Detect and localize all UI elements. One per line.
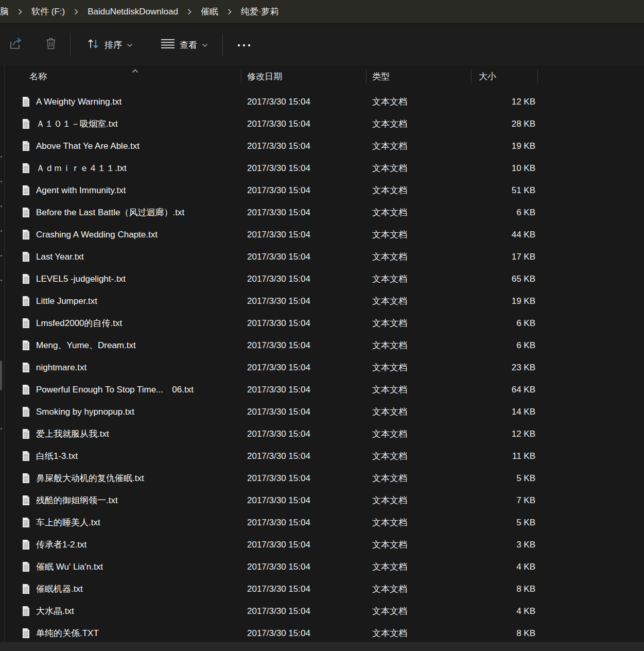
tree-bullet [1, 230, 2, 232]
file-row[interactable]: Meng、Yume、Dream.txt2017/3/30 15:04文本文档6 … [5, 334, 644, 356]
breadcrumb-item-baidunetdiskdownload[interactable]: BaiduNetdiskDownload [84, 5, 181, 19]
breadcrumb-item-current-folder[interactable]: 纯爱·萝莉 [238, 4, 282, 20]
file-date-modified: 2017/3/30 15:04 [241, 274, 367, 284]
file-type: 文本文档 [367, 96, 472, 108]
command-bar: 排序 查看 [0, 23, 644, 65]
file-row[interactable]: Last Year.txt2017/3/30 15:04文本文档17 KB [5, 246, 644, 268]
breadcrumb-item-drive-f[interactable]: 软件 (F:) [28, 4, 68, 20]
file-type: 文本文档 [367, 450, 472, 462]
file-size: 6 KB [472, 318, 538, 329]
tree-bullet [1, 181, 2, 182]
file-size: 8 KB [472, 584, 538, 594]
breadcrumb-item-this-pc[interactable]: 脑 [0, 4, 12, 20]
file-type: 文本文档 [367, 362, 472, 373]
toolbar-divider [70, 33, 71, 57]
text-file-icon [21, 606, 31, 616]
text-file-icon [21, 429, 31, 439]
file-row[interactable]: Above That Ye Are Able.txt2017/3/30 15:0… [5, 135, 644, 157]
file-type: 文本文档 [367, 384, 472, 396]
sort-label: 排序 [105, 39, 122, 51]
sort-arrows-icon [87, 38, 100, 53]
file-row[interactable]: 催眠机器.txt2017/3/30 15:04文本文档8 KB [5, 578, 644, 600]
text-file-icon [21, 584, 31, 594]
file-row[interactable]: 催眠 Wu' Lia'n.txt2017/3/30 15:04文本文档4 KB [5, 556, 644, 578]
file-name-cell: Crashing A Wedding Chapte.txt [5, 229, 241, 240]
file-row[interactable]: Crashing A Wedding Chapte.txt2017/3/30 1… [5, 224, 644, 246]
view-button[interactable]: 查看 [155, 32, 213, 57]
file-date-modified: 2017/3/30 15:04 [241, 252, 367, 262]
file-name: Above That Ye Are Able.txt [36, 141, 140, 151]
file-name-cell: 大水晶.txt [5, 605, 241, 617]
breadcrumb: 脑 软件 (F:) BaiduNetdiskDownload 催眠 纯爱·萝莉 [0, 0, 644, 23]
file-name: 传承者1-2.txt [36, 539, 86, 551]
file-type: 文本文档 [367, 539, 472, 551]
delete-button[interactable] [40, 32, 62, 57]
file-name-cell: Powerful Enough To Stop Time... 06.txt [5, 384, 241, 396]
file-name: Last Year.txt [36, 252, 84, 262]
text-file-icon [21, 362, 31, 373]
file-date-modified: 2017/3/30 15:04 [241, 230, 367, 240]
file-type: 文本文档 [367, 273, 472, 285]
file-name-cell: 催眠 Wu' Lia'n.txt [5, 561, 241, 573]
file-date-modified: 2017/3/30 15:04 [241, 97, 367, 107]
file-size: 5 KB [472, 473, 538, 484]
file-name: 催眠机器.txt [36, 583, 83, 595]
file-row[interactable]: Agent with Immunity.txt2017/3/30 15:04文本… [5, 179, 644, 201]
chevron-right-icon [187, 8, 192, 15]
sort-button[interactable]: 排序 [82, 32, 138, 57]
file-date-modified: 2017/3/30 15:04 [241, 628, 367, 639]
text-file-icon [21, 273, 31, 284]
file-date-modified: 2017/3/30 15:04 [241, 385, 367, 395]
column-header-date-modified[interactable]: 修改日期 [241, 65, 367, 88]
file-row[interactable]: Powerful Enough To Stop Time... 06.txt20… [5, 379, 644, 401]
share-button[interactable] [4, 32, 29, 57]
share-icon [8, 37, 25, 53]
text-file-icon [21, 96, 31, 107]
file-row[interactable]: Lmsfed2000的自传.txt2017/3/30 15:04文本文档6 KB [5, 312, 644, 334]
file-row[interactable]: 白纸1-3.txt2017/3/30 15:04文本文档11 KB [5, 445, 644, 467]
file-row[interactable]: 鼻屎般大动机的复仇催眠.txt2017/3/30 15:04文本文档5 KB [5, 467, 644, 489]
text-file-icon [21, 141, 31, 151]
file-row[interactable]: 大水晶.txt2017/3/30 15:04文本文档4 KB [5, 600, 644, 622]
file-type: 文本文档 [367, 561, 472, 573]
file-size: 10 KB [472, 163, 538, 174]
file-row[interactable]: Ａｄｍｉｒｅ４１１.txt2017/3/30 15:04文本文档10 KB [5, 157, 644, 179]
file-name-cell: 传承者1-2.txt [5, 539, 241, 551]
file-row[interactable]: 单纯的关係.TXT2017/3/30 15:04文本文档8 KB [5, 622, 644, 644]
file-name-cell: Agent with Immunity.txt [5, 185, 241, 196]
chevron-down-icon [127, 40, 133, 50]
file-type: 文本文档 [367, 118, 472, 130]
chevron-right-icon [227, 8, 232, 15]
file-size: 51 KB [472, 185, 538, 196]
column-header-type[interactable]: 类型 [367, 65, 472, 88]
text-file-icon [21, 628, 31, 639]
file-size: 12 KB [472, 97, 538, 107]
file-date-modified: 2017/3/30 15:04 [241, 318, 367, 329]
file-row[interactable]: 爱上我就服从我.txt2017/3/30 15:04文本文档12 KB [5, 423, 644, 445]
file-row[interactable]: 车上的睡美人.txt2017/3/30 15:04文本文档5 KB [5, 511, 644, 534]
column-header-size[interactable]: 大小 [472, 65, 538, 88]
file-row[interactable]: Smoking by hypnopup.txt2017/3/30 15:04文本… [5, 401, 644, 423]
nav-pane-scrollbar-thumb[interactable] [0, 361, 2, 390]
file-name: Ａｄｍｉｒｅ４１１.txt [36, 162, 127, 174]
bottom-scrollbar-area[interactable] [0, 642, 644, 651]
text-file-icon [21, 251, 31, 262]
file-row[interactable]: 残酷的御姐纲领一.txt2017/3/30 15:04文本文档7 KB [5, 489, 644, 511]
see-more-button[interactable] [232, 32, 256, 57]
file-row[interactable]: Little Jumper.txt2017/3/30 15:04文本文档19 K… [5, 290, 644, 312]
column-header-name[interactable]: 名称 [5, 65, 241, 88]
file-date-modified: 2017/3/30 15:04 [241, 562, 367, 572]
file-row[interactable]: nightmare.txt2017/3/30 15:04文本文档23 KB [5, 356, 644, 379]
file-name-cell: Above That Ye Are Able.txt [5, 141, 241, 151]
chevron-right-icon [18, 8, 23, 15]
file-name: Agent with Immunity.txt [36, 185, 126, 196]
breadcrumb-item-cuimian[interactable]: 催眠 [198, 4, 221, 20]
file-row[interactable]: Ａ１０１－吸烟室.txt2017/3/30 15:04文本文档28 KB [5, 113, 644, 135]
file-size: 8 KB [472, 628, 538, 639]
file-row[interactable]: LEVEL5 -judgelight-.txt2017/3/30 15:04文本… [5, 268, 644, 290]
file-size: 64 KB [472, 385, 538, 395]
file-row[interactable]: 传承者1-2.txt2017/3/30 15:04文本文档3 KB [5, 534, 644, 556]
file-date-modified: 2017/3/30 15:04 [241, 363, 367, 373]
file-row[interactable]: A Weighty Warning.txt2017/3/30 15:04文本文档… [5, 91, 644, 113]
file-row[interactable]: Before the Last Battle（风过迴廊）.txt2017/3/3… [5, 201, 644, 224]
